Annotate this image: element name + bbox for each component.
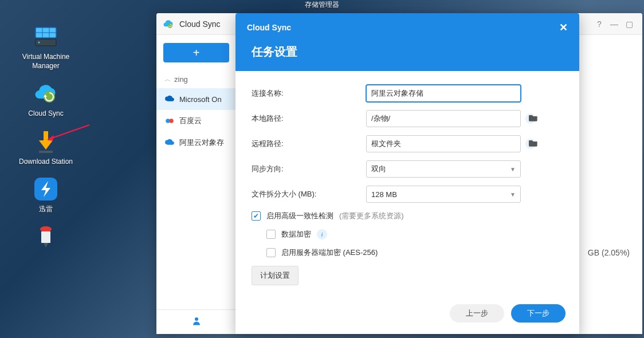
sidebar-group-label: zing	[174, 75, 188, 84]
modal-heading: 任务设置	[247, 44, 568, 60]
desktop-icon-vmm[interactable]: Virtual Machine Manager	[14, 23, 77, 70]
server-enc-checkbox[interactable]	[266, 248, 276, 257]
desktop-icon-misc[interactable]	[14, 223, 77, 251]
info-icon[interactable]: i	[317, 229, 327, 239]
task-settings-modal: Cloud Sync ✕ 任务设置 连接名称: 本地路径: i 远程路径:	[235, 13, 579, 334]
split-size-value: 128 MB	[371, 190, 397, 199]
add-connection-button[interactable]: +	[163, 43, 229, 62]
desktop-label-cloudsync: Cloud Sync	[14, 109, 77, 119]
svg-point-5	[38, 42, 40, 44]
close-icon[interactable]: ✕	[559, 21, 568, 34]
sync-dir-value: 双向	[371, 164, 386, 174]
adv-consistency-label: 启用高级一致性检测	[266, 211, 333, 221]
cloudsync-icon	[32, 80, 60, 107]
sidebar-item-label: Microsoft On	[179, 95, 222, 104]
svg-point-9	[40, 226, 52, 232]
desktop-icon-cloudsync[interactable]: Cloud Sync	[14, 80, 77, 119]
svg-point-22	[195, 317, 198, 321]
baidu-icon	[164, 116, 175, 126]
folder-icon[interactable]	[529, 113, 538, 123]
usage-text: GB (2.05%)	[588, 248, 630, 257]
chevron-down-icon: ▼	[510, 166, 516, 172]
chevron-up-icon: ︿	[164, 75, 171, 84]
storage-manager-label[interactable]: 存储管理器	[0, 0, 644, 10]
desktop-label-download: Download Station	[14, 158, 77, 167]
desktop-label-vmm: Virtual Machine Manager	[14, 53, 77, 70]
onedrive-icon	[164, 94, 175, 104]
sidebar-item-aliyun[interactable]: 阿里云对象存	[156, 132, 236, 154]
local-path-input[interactable]	[366, 110, 521, 127]
next-button[interactable]: 下一步	[511, 304, 566, 323]
sidebar-group[interactable]: ︿ zing	[156, 70, 236, 88]
aliyun-icon	[164, 137, 175, 148]
local-path-label: 本地路径:	[252, 113, 366, 124]
adv-consistency-hint: (需要更多系统资源)	[339, 211, 404, 221]
server-enc-label: 启用服务器端加密 (AES-256)	[281, 247, 378, 258]
sync-dir-label: 同步方向:	[252, 164, 366, 174]
sync-dir-select[interactable]: 双向 ▼	[366, 160, 521, 178]
maximize-button[interactable]: ▢	[622, 17, 637, 32]
misc-icon	[32, 223, 60, 251]
user-icon	[191, 316, 202, 326]
data-enc-checkbox[interactable]	[266, 230, 276, 239]
xunlei-icon	[32, 175, 60, 203]
chevron-down-icon: ▼	[510, 191, 516, 198]
conn-name-input[interactable]	[366, 85, 521, 102]
desktop-label-xunlei: 迅雷	[14, 205, 77, 214]
sidebar: + ︿ zing Microsoft On 百度云	[156, 35, 237, 334]
remote-path-input[interactable]	[366, 135, 521, 152]
conn-name-label: 连接名称:	[252, 88, 366, 99]
desktop-icon-xunlei[interactable]: 迅雷	[14, 175, 77, 214]
sidebar-item-onedrive[interactable]: Microsoft On	[156, 88, 236, 110]
split-size-label: 文件拆分大小 (MB):	[252, 189, 366, 199]
vmm-icon	[32, 23, 60, 50]
svg-rect-7	[39, 151, 53, 153]
prev-button[interactable]: 上一步	[450, 304, 504, 323]
svg-point-21	[169, 119, 174, 123]
minimize-button[interactable]: —	[607, 17, 622, 32]
svg-rect-10	[41, 231, 50, 243]
sidebar-footer[interactable]	[156, 309, 236, 334]
data-enc-label: 数据加密	[281, 229, 311, 239]
folder-icon[interactable]	[529, 139, 538, 148]
sidebar-item-label: 阿里云对象存	[179, 137, 224, 148]
help-button[interactable]: ?	[592, 17, 607, 32]
desktop-icon-download[interactable]: Download Station	[14, 128, 77, 167]
schedule-button[interactable]: 计划设置	[252, 266, 299, 285]
sidebar-item-baidu[interactable]: 百度云	[156, 110, 236, 132]
split-size-select[interactable]: 128 MB ▼	[366, 186, 521, 203]
download-icon	[32, 128, 60, 155]
remote-path-label: 远程路径:	[252, 139, 366, 149]
adv-consistency-checkbox[interactable]: ✔	[252, 211, 261, 221]
sidebar-item-label: 百度云	[179, 116, 202, 126]
app-logo-icon	[162, 18, 175, 30]
modal-app-title: Cloud Sync	[247, 23, 291, 32]
svg-point-19	[168, 23, 172, 27]
